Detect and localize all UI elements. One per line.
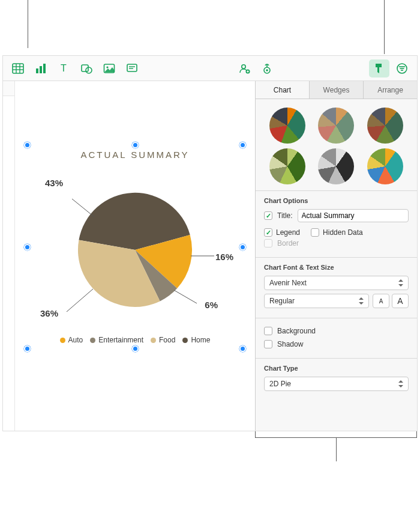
- chart-type-section: Chart Type 2D Pie: [256, 359, 417, 398]
- background-label: Background: [277, 327, 316, 335]
- selection-handle[interactable]: [132, 345, 139, 352]
- svg-rect-6: [40, 66, 42, 73]
- chart-legend[interactable]: Auto Entertainment Food Home: [27, 336, 243, 344]
- title-label: Title:: [277, 211, 293, 220]
- font-family-select[interactable]: Avenir Next: [264, 276, 409, 290]
- title-checkbox[interactable]: [264, 211, 272, 220]
- format-inspector: Chart Wedges Arrange Chart Options: [255, 81, 417, 431]
- svg-rect-0: [13, 64, 23, 73]
- decrease-font-button[interactable]: A: [373, 294, 389, 308]
- filter-icon[interactable]: [392, 59, 412, 77]
- chart-options-section: Chart Options Title: Legend Hidd: [256, 191, 417, 258]
- svg-point-21: [266, 69, 268, 71]
- slice-label-food: 36%: [40, 308, 58, 318]
- svg-point-12: [106, 66, 108, 68]
- border-label: Border: [277, 239, 299, 247]
- chart-style-thumb[interactable]: [318, 108, 354, 144]
- tab-wedges[interactable]: Wedges: [310, 81, 364, 99]
- chart-style-thumb[interactable]: [367, 148, 403, 184]
- table-icon[interactable]: [8, 59, 28, 77]
- selection-handle[interactable]: [24, 244, 31, 250]
- collaborate-icon[interactable]: [234, 59, 254, 77]
- selection-handle[interactable]: [24, 345, 31, 352]
- chart-style-thumb[interactable]: [367, 108, 403, 144]
- annotation-line: [384, 0, 385, 54]
- svg-text:T: T: [61, 63, 67, 73]
- selected-chart[interactable]: ACTUAL SUMMARY: [27, 145, 243, 349]
- svg-line-29: [67, 289, 93, 312]
- toolbar: T: [3, 56, 417, 81]
- chart-style-thumb[interactable]: [269, 148, 305, 184]
- svg-point-10: [86, 67, 92, 73]
- text-icon[interactable]: T: [53, 59, 74, 77]
- legend-item-home: Home: [182, 336, 210, 344]
- tab-chart[interactable]: Chart: [256, 81, 310, 99]
- svg-line-28: [174, 290, 197, 303]
- svg-rect-7: [43, 64, 46, 73]
- canvas[interactable]: ACTUAL SUMMARY: [15, 81, 255, 431]
- selection-handle[interactable]: [239, 345, 246, 352]
- annotation-line: [28, 0, 28, 48]
- background-checkbox[interactable]: [264, 327, 272, 335]
- selection-handle[interactable]: [239, 244, 246, 250]
- border-checkbox: [264, 239, 272, 247]
- title-field[interactable]: [298, 209, 409, 222]
- slice-label-auto: 16%: [215, 252, 233, 262]
- increase-font-button[interactable]: A: [392, 294, 409, 308]
- chart-style-grid: [256, 99, 417, 191]
- legend-checkbox[interactable]: [264, 228, 272, 237]
- annotation-bracket: [255, 437, 417, 452]
- tab-arrange[interactable]: Arrange: [364, 81, 417, 99]
- slice-label-entertainment: 6%: [205, 300, 218, 310]
- shadow-label: Shadow: [277, 340, 303, 348]
- hidden-data-label: Hidden Data: [323, 228, 363, 237]
- legend-item-entertainment: Entertainment: [90, 336, 143, 344]
- section-heading: Chart Type: [264, 365, 409, 372]
- chart-icon[interactable]: [31, 59, 51, 77]
- section-heading: Chart Font & Text Size: [264, 264, 409, 271]
- hidden-data-checkbox[interactable]: [311, 228, 319, 237]
- chart-style-thumb[interactable]: [318, 148, 354, 184]
- selection-handle[interactable]: [24, 142, 31, 148]
- chart-title[interactable]: ACTUAL SUMMARY: [27, 150, 243, 160]
- media-icon[interactable]: [99, 59, 119, 77]
- comment-icon[interactable]: [122, 59, 142, 77]
- background-section: Background Shadow: [256, 318, 417, 359]
- chart-type-select[interactable]: 2D Pie: [264, 377, 409, 391]
- legend-label: Legend: [276, 228, 300, 237]
- shape-icon[interactable]: [76, 59, 97, 77]
- legend-item-food: Food: [151, 336, 175, 344]
- inspector-tabs: Chart Wedges Arrange: [256, 81, 417, 99]
- svg-rect-5: [36, 68, 38, 73]
- app-window: T: [2, 55, 418, 431]
- svg-rect-13: [127, 64, 137, 71]
- slice-label-home: 43%: [45, 178, 63, 188]
- selection-handle[interactable]: [132, 142, 139, 148]
- chart-style-thumb[interactable]: [269, 108, 305, 144]
- shadow-checkbox[interactable]: [264, 340, 272, 348]
- selection-handle[interactable]: [239, 142, 246, 148]
- font-weight-select[interactable]: Regular: [264, 294, 369, 308]
- section-heading: Chart Options: [264, 197, 409, 204]
- format-icon[interactable]: [369, 59, 389, 77]
- settings-icon[interactable]: [257, 59, 277, 77]
- row-header-strip[interactable]: [3, 81, 15, 431]
- font-section: Chart Font & Text Size Avenir Next Regul…: [256, 258, 417, 318]
- svg-point-16: [242, 64, 245, 68]
- svg-line-26: [72, 199, 94, 217]
- legend-item-auto: Auto: [60, 336, 83, 344]
